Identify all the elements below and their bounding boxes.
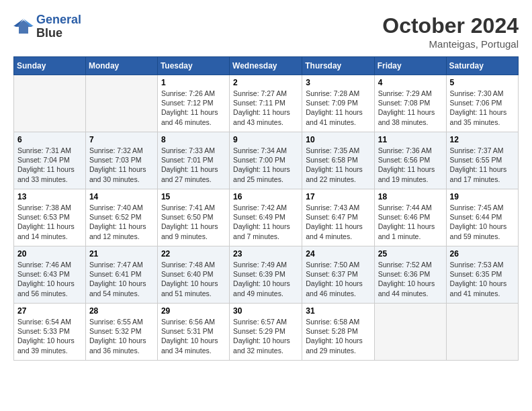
day-info: Sunrise: 7:44 AM Sunset: 6:46 PM Dayligh…: [378, 203, 443, 241]
calendar-cell: 7Sunrise: 7:32 AM Sunset: 7:03 PM Daylig…: [85, 132, 157, 189]
day-info: Sunrise: 7:32 AM Sunset: 7:03 PM Dayligh…: [89, 146, 154, 184]
day-number: 12: [450, 135, 515, 144]
calendar-cell: 28Sunrise: 6:55 AM Sunset: 5:32 PM Dayli…: [85, 304, 157, 361]
day-info: Sunrise: 7:42 AM Sunset: 6:49 PM Dayligh…: [233, 203, 298, 241]
day-number: 18: [378, 192, 443, 201]
day-number: 13: [17, 192, 82, 201]
day-info: Sunrise: 7:26 AM Sunset: 7:12 PM Dayligh…: [161, 89, 226, 127]
calendar-cell: 10Sunrise: 7:35 AM Sunset: 6:58 PM Dayli…: [302, 132, 374, 189]
calendar-cell: 22Sunrise: 7:48 AM Sunset: 6:40 PM Dayli…: [157, 246, 229, 304]
calendar-cell: [446, 304, 518, 361]
day-number: 28: [89, 306, 154, 316]
calendar-cell: 5Sunrise: 7:30 AM Sunset: 7:06 PM Daylig…: [446, 75, 518, 132]
day-number: 11: [378, 135, 443, 144]
calendar-week-row: 1Sunrise: 7:26 AM Sunset: 7:12 PM Daylig…: [14, 75, 519, 132]
calendar-cell: 16Sunrise: 7:42 AM Sunset: 6:49 PM Dayli…: [230, 189, 302, 246]
calendar-week-row: 27Sunrise: 6:54 AM Sunset: 5:33 PM Dayli…: [14, 304, 519, 361]
day-info: Sunrise: 7:50 AM Sunset: 6:37 PM Dayligh…: [306, 260, 370, 298]
calendar-cell: 26Sunrise: 7:53 AM Sunset: 6:35 PM Dayli…: [446, 246, 518, 304]
calendar-cell: 14Sunrise: 7:40 AM Sunset: 6:52 PM Dayli…: [85, 189, 157, 246]
day-number: 30: [233, 306, 298, 316]
calendar-cell: 20Sunrise: 7:46 AM Sunset: 6:43 PM Dayli…: [14, 246, 86, 304]
day-number: 21: [89, 249, 154, 259]
weekday-header-saturday: Saturday: [446, 57, 518, 75]
calendar-cell: [374, 304, 446, 361]
day-number: 14: [89, 192, 154, 201]
weekday-header-wednesday: Wednesday: [230, 57, 302, 75]
day-info: Sunrise: 7:34 AM Sunset: 7:00 PM Dayligh…: [233, 146, 298, 184]
day-number: 10: [306, 135, 370, 144]
day-number: 26: [450, 249, 515, 259]
day-info: Sunrise: 7:37 AM Sunset: 6:55 PM Dayligh…: [450, 146, 515, 184]
day-info: Sunrise: 7:43 AM Sunset: 6:47 PM Dayligh…: [306, 203, 370, 241]
weekday-header-monday: Monday: [85, 57, 157, 75]
calendar-cell: 11Sunrise: 7:36 AM Sunset: 6:56 PM Dayli…: [374, 132, 446, 189]
day-number: 9: [233, 135, 298, 144]
day-number: 15: [161, 192, 226, 201]
day-number: 16: [233, 192, 298, 201]
calendar-cell: 31Sunrise: 6:58 AM Sunset: 5:28 PM Dayli…: [302, 304, 374, 361]
calendar-cell: 4Sunrise: 7:29 AM Sunset: 7:08 PM Daylig…: [374, 75, 446, 132]
day-info: Sunrise: 7:36 AM Sunset: 6:56 PM Dayligh…: [378, 146, 443, 184]
calendar-header-row: SundayMondayTuesdayWednesdayThursdayFrid…: [14, 57, 519, 75]
calendar-week-row: 6Sunrise: 7:31 AM Sunset: 7:04 PM Daylig…: [14, 132, 519, 189]
day-info: Sunrise: 7:35 AM Sunset: 6:58 PM Dayligh…: [306, 146, 370, 184]
calendar-week-row: 13Sunrise: 7:38 AM Sunset: 6:53 PM Dayli…: [14, 189, 519, 246]
calendar-cell: 30Sunrise: 6:57 AM Sunset: 5:29 PM Dayli…: [230, 304, 302, 361]
calendar-cell: 12Sunrise: 7:37 AM Sunset: 6:55 PM Dayli…: [446, 132, 518, 189]
calendar-cell: 19Sunrise: 7:45 AM Sunset: 6:44 PM Dayli…: [446, 189, 518, 246]
calendar-cell: 18Sunrise: 7:44 AM Sunset: 6:46 PM Dayli…: [374, 189, 446, 246]
day-info: Sunrise: 7:31 AM Sunset: 7:04 PM Dayligh…: [17, 146, 82, 184]
day-number: 31: [306, 306, 370, 316]
weekday-header-tuesday: Tuesday: [157, 57, 229, 75]
calendar-cell: 23Sunrise: 7:49 AM Sunset: 6:39 PM Dayli…: [230, 246, 302, 304]
day-info: Sunrise: 7:40 AM Sunset: 6:52 PM Dayligh…: [89, 203, 154, 241]
svg-marker-0: [15, 20, 32, 34]
calendar-cell: 6Sunrise: 7:31 AM Sunset: 7:04 PM Daylig…: [14, 132, 86, 189]
calendar-cell: 13Sunrise: 7:38 AM Sunset: 6:53 PM Dayli…: [14, 189, 86, 246]
day-info: Sunrise: 7:33 AM Sunset: 7:01 PM Dayligh…: [161, 146, 226, 184]
day-info: Sunrise: 7:46 AM Sunset: 6:43 PM Dayligh…: [17, 260, 82, 298]
day-number: 8: [161, 135, 226, 144]
weekday-header-sunday: Sunday: [14, 57, 86, 75]
logo-icon: [13, 17, 34, 36]
day-info: Sunrise: 7:48 AM Sunset: 6:40 PM Dayligh…: [161, 260, 226, 298]
calendar-cell: 24Sunrise: 7:50 AM Sunset: 6:37 PM Dayli…: [302, 246, 374, 304]
day-info: Sunrise: 7:29 AM Sunset: 7:08 PM Dayligh…: [378, 89, 443, 127]
location: Manteigas, Portugal: [382, 38, 519, 50]
calendar-cell: 21Sunrise: 7:47 AM Sunset: 6:41 PM Dayli…: [85, 246, 157, 304]
day-number: 6: [17, 135, 82, 144]
title-area: October 2024 Manteigas, Portugal: [382, 13, 519, 50]
calendar-cell: 15Sunrise: 7:41 AM Sunset: 6:50 PM Dayli…: [157, 189, 229, 246]
day-info: Sunrise: 7:41 AM Sunset: 6:50 PM Dayligh…: [161, 203, 226, 241]
day-number: 25: [378, 249, 443, 259]
day-number: 7: [89, 135, 154, 144]
day-number: 17: [306, 192, 370, 201]
calendar-cell: 29Sunrise: 6:56 AM Sunset: 5:31 PM Dayli…: [157, 304, 229, 361]
day-info: Sunrise: 7:49 AM Sunset: 6:39 PM Dayligh…: [233, 260, 298, 298]
weekday-header-friday: Friday: [374, 57, 446, 75]
logo: General Blue: [13, 13, 81, 40]
day-info: Sunrise: 7:45 AM Sunset: 6:44 PM Dayligh…: [450, 203, 515, 241]
day-number: 29: [161, 306, 226, 316]
day-number: 19: [450, 192, 515, 201]
month-title: October 2024: [382, 13, 519, 38]
day-info: Sunrise: 6:57 AM Sunset: 5:29 PM Dayligh…: [233, 317, 298, 355]
calendar-cell: 17Sunrise: 7:43 AM Sunset: 6:47 PM Dayli…: [302, 189, 374, 246]
day-info: Sunrise: 7:52 AM Sunset: 6:36 PM Dayligh…: [378, 260, 443, 298]
calendar-week-row: 20Sunrise: 7:46 AM Sunset: 6:43 PM Dayli…: [14, 246, 519, 304]
day-number: 2: [233, 78, 298, 87]
day-info: Sunrise: 7:47 AM Sunset: 6:41 PM Dayligh…: [89, 260, 154, 298]
day-number: 3: [306, 78, 370, 87]
day-info: Sunrise: 7:53 AM Sunset: 6:35 PM Dayligh…: [450, 260, 515, 298]
day-info: Sunrise: 6:54 AM Sunset: 5:33 PM Dayligh…: [17, 317, 82, 355]
day-number: 5: [450, 78, 515, 87]
day-number: 4: [378, 78, 443, 87]
day-info: Sunrise: 6:58 AM Sunset: 5:28 PM Dayligh…: [306, 317, 370, 355]
day-info: Sunrise: 7:27 AM Sunset: 7:11 PM Dayligh…: [233, 89, 298, 127]
calendar-cell: 3Sunrise: 7:28 AM Sunset: 7:09 PM Daylig…: [302, 75, 374, 132]
calendar-cell: 2Sunrise: 7:27 AM Sunset: 7:11 PM Daylig…: [230, 75, 302, 132]
day-number: 22: [161, 249, 226, 259]
logo-text: General Blue: [36, 13, 81, 40]
calendar-cell: 9Sunrise: 7:34 AM Sunset: 7:00 PM Daylig…: [230, 132, 302, 189]
